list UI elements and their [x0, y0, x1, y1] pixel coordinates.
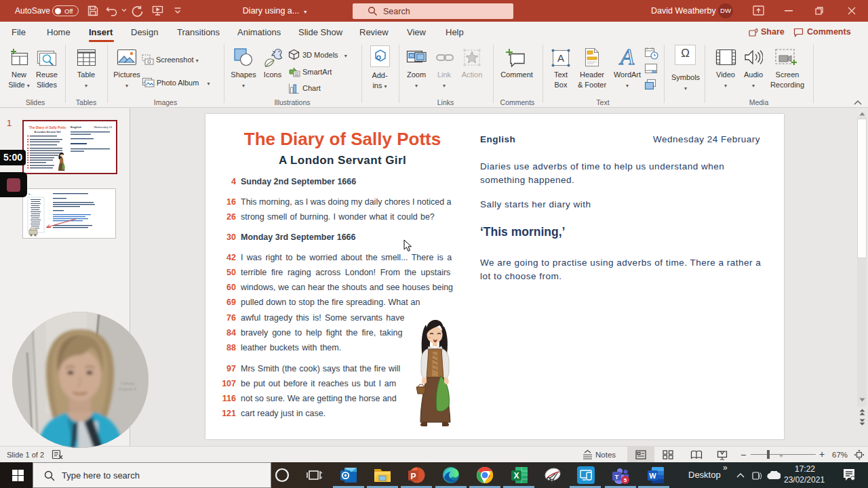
svg-text:P: P: [410, 472, 416, 481]
svg-text:The Diary of Sally Potts: The Diary of Sally Potts: [29, 126, 66, 129]
svg-text:English: English: [71, 125, 81, 129]
svg-text:A: A: [619, 46, 635, 68]
svg-text:A London Servant Girl: A London Servant Girl: [35, 131, 61, 134]
svg-text:W: W: [649, 472, 656, 480]
svg-text:5: 5: [624, 477, 627, 483]
svg-text:Wednesday 24: Wednesday 24: [94, 125, 112, 129]
svg-text:©Whilst: ©Whilst: [121, 382, 135, 386]
svg-text:Original S: Original S: [119, 387, 136, 391]
svg-text:T: T: [615, 473, 619, 481]
svg-text:A: A: [557, 52, 564, 64]
svg-text:▾...: ▾...: [28, 192, 33, 196]
svg-text:X: X: [513, 471, 519, 481]
